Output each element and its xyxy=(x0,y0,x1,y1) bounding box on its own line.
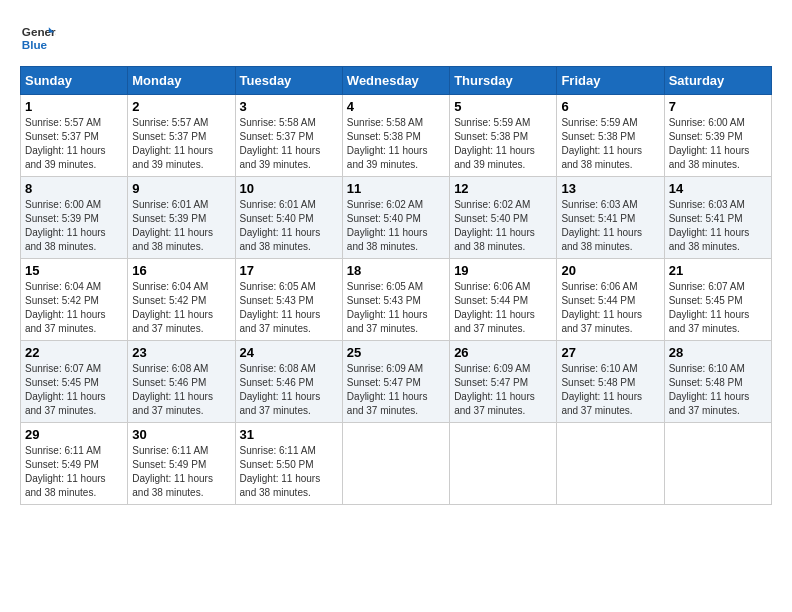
day-cell-27: 27Sunrise: 6:10 AMSunset: 5:48 PMDayligh… xyxy=(557,341,664,423)
day-number: 26 xyxy=(454,345,552,360)
day-number: 18 xyxy=(347,263,445,278)
day-info: Sunrise: 6:02 AMSunset: 5:40 PMDaylight:… xyxy=(454,198,552,254)
day-cell-25: 25Sunrise: 6:09 AMSunset: 5:47 PMDayligh… xyxy=(342,341,449,423)
day-cell-13: 13Sunrise: 6:03 AMSunset: 5:41 PMDayligh… xyxy=(557,177,664,259)
logo-icon: General Blue xyxy=(20,20,56,56)
day-cell-4: 4Sunrise: 5:58 AMSunset: 5:38 PMDaylight… xyxy=(342,95,449,177)
day-cell-31: 31Sunrise: 6:11 AMSunset: 5:50 PMDayligh… xyxy=(235,423,342,505)
empty-cell xyxy=(557,423,664,505)
day-cell-14: 14Sunrise: 6:03 AMSunset: 5:41 PMDayligh… xyxy=(664,177,771,259)
day-cell-5: 5Sunrise: 5:59 AMSunset: 5:38 PMDaylight… xyxy=(450,95,557,177)
empty-cell xyxy=(342,423,449,505)
day-info: Sunrise: 6:08 AMSunset: 5:46 PMDaylight:… xyxy=(240,362,338,418)
svg-text:Blue: Blue xyxy=(22,38,48,51)
calendar-header-row: SundayMondayTuesdayWednesdayThursdayFrid… xyxy=(21,67,772,95)
calendar-week-3: 15Sunrise: 6:04 AMSunset: 5:42 PMDayligh… xyxy=(21,259,772,341)
day-info: Sunrise: 5:58 AMSunset: 5:38 PMDaylight:… xyxy=(347,116,445,172)
day-number: 10 xyxy=(240,181,338,196)
logo: General Blue xyxy=(20,20,56,56)
calendar-week-5: 29Sunrise: 6:11 AMSunset: 5:49 PMDayligh… xyxy=(21,423,772,505)
day-cell-18: 18Sunrise: 6:05 AMSunset: 5:43 PMDayligh… xyxy=(342,259,449,341)
day-info: Sunrise: 6:09 AMSunset: 5:47 PMDaylight:… xyxy=(347,362,445,418)
calendar-week-1: 1Sunrise: 5:57 AMSunset: 5:37 PMDaylight… xyxy=(21,95,772,177)
day-number: 11 xyxy=(347,181,445,196)
day-cell-11: 11Sunrise: 6:02 AMSunset: 5:40 PMDayligh… xyxy=(342,177,449,259)
empty-cell xyxy=(450,423,557,505)
calendar-table: SundayMondayTuesdayWednesdayThursdayFrid… xyxy=(20,66,772,505)
day-number: 6 xyxy=(561,99,659,114)
day-cell-2: 2Sunrise: 5:57 AMSunset: 5:37 PMDaylight… xyxy=(128,95,235,177)
day-number: 9 xyxy=(132,181,230,196)
day-info: Sunrise: 6:09 AMSunset: 5:47 PMDaylight:… xyxy=(454,362,552,418)
day-info: Sunrise: 6:00 AMSunset: 5:39 PMDaylight:… xyxy=(669,116,767,172)
day-number: 13 xyxy=(561,181,659,196)
day-number: 17 xyxy=(240,263,338,278)
day-number: 8 xyxy=(25,181,123,196)
header-thursday: Thursday xyxy=(450,67,557,95)
day-cell-1: 1Sunrise: 5:57 AMSunset: 5:37 PMDaylight… xyxy=(21,95,128,177)
day-number: 20 xyxy=(561,263,659,278)
day-info: Sunrise: 5:57 AMSunset: 5:37 PMDaylight:… xyxy=(132,116,230,172)
calendar-week-4: 22Sunrise: 6:07 AMSunset: 5:45 PMDayligh… xyxy=(21,341,772,423)
day-cell-8: 8Sunrise: 6:00 AMSunset: 5:39 PMDaylight… xyxy=(21,177,128,259)
day-info: Sunrise: 6:03 AMSunset: 5:41 PMDaylight:… xyxy=(561,198,659,254)
day-info: Sunrise: 6:04 AMSunset: 5:42 PMDaylight:… xyxy=(25,280,123,336)
day-info: Sunrise: 6:01 AMSunset: 5:39 PMDaylight:… xyxy=(132,198,230,254)
header-monday: Monday xyxy=(128,67,235,95)
header-saturday: Saturday xyxy=(664,67,771,95)
day-cell-23: 23Sunrise: 6:08 AMSunset: 5:46 PMDayligh… xyxy=(128,341,235,423)
day-info: Sunrise: 6:06 AMSunset: 5:44 PMDaylight:… xyxy=(454,280,552,336)
day-info: Sunrise: 6:08 AMSunset: 5:46 PMDaylight:… xyxy=(132,362,230,418)
day-number: 4 xyxy=(347,99,445,114)
day-number: 12 xyxy=(454,181,552,196)
day-number: 25 xyxy=(347,345,445,360)
header-tuesday: Tuesday xyxy=(235,67,342,95)
day-info: Sunrise: 6:07 AMSunset: 5:45 PMDaylight:… xyxy=(669,280,767,336)
day-cell-12: 12Sunrise: 6:02 AMSunset: 5:40 PMDayligh… xyxy=(450,177,557,259)
day-number: 16 xyxy=(132,263,230,278)
day-cell-20: 20Sunrise: 6:06 AMSunset: 5:44 PMDayligh… xyxy=(557,259,664,341)
day-cell-16: 16Sunrise: 6:04 AMSunset: 5:42 PMDayligh… xyxy=(128,259,235,341)
calendar-week-2: 8Sunrise: 6:00 AMSunset: 5:39 PMDaylight… xyxy=(21,177,772,259)
day-info: Sunrise: 6:07 AMSunset: 5:45 PMDaylight:… xyxy=(25,362,123,418)
day-info: Sunrise: 6:11 AMSunset: 5:49 PMDaylight:… xyxy=(25,444,123,500)
day-cell-30: 30Sunrise: 6:11 AMSunset: 5:49 PMDayligh… xyxy=(128,423,235,505)
day-cell-22: 22Sunrise: 6:07 AMSunset: 5:45 PMDayligh… xyxy=(21,341,128,423)
day-number: 30 xyxy=(132,427,230,442)
day-number: 28 xyxy=(669,345,767,360)
day-cell-28: 28Sunrise: 6:10 AMSunset: 5:48 PMDayligh… xyxy=(664,341,771,423)
day-cell-17: 17Sunrise: 6:05 AMSunset: 5:43 PMDayligh… xyxy=(235,259,342,341)
day-cell-24: 24Sunrise: 6:08 AMSunset: 5:46 PMDayligh… xyxy=(235,341,342,423)
day-info: Sunrise: 6:10 AMSunset: 5:48 PMDaylight:… xyxy=(561,362,659,418)
day-info: Sunrise: 6:05 AMSunset: 5:43 PMDaylight:… xyxy=(347,280,445,336)
empty-cell xyxy=(664,423,771,505)
day-number: 3 xyxy=(240,99,338,114)
day-info: Sunrise: 6:11 AMSunset: 5:49 PMDaylight:… xyxy=(132,444,230,500)
day-number: 22 xyxy=(25,345,123,360)
day-number: 1 xyxy=(25,99,123,114)
day-cell-7: 7Sunrise: 6:00 AMSunset: 5:39 PMDaylight… xyxy=(664,95,771,177)
day-number: 27 xyxy=(561,345,659,360)
day-info: Sunrise: 6:10 AMSunset: 5:48 PMDaylight:… xyxy=(669,362,767,418)
day-info: Sunrise: 5:59 AMSunset: 5:38 PMDaylight:… xyxy=(561,116,659,172)
day-info: Sunrise: 6:06 AMSunset: 5:44 PMDaylight:… xyxy=(561,280,659,336)
day-info: Sunrise: 5:57 AMSunset: 5:37 PMDaylight:… xyxy=(25,116,123,172)
day-number: 24 xyxy=(240,345,338,360)
day-info: Sunrise: 5:58 AMSunset: 5:37 PMDaylight:… xyxy=(240,116,338,172)
day-number: 7 xyxy=(669,99,767,114)
day-cell-21: 21Sunrise: 6:07 AMSunset: 5:45 PMDayligh… xyxy=(664,259,771,341)
day-cell-19: 19Sunrise: 6:06 AMSunset: 5:44 PMDayligh… xyxy=(450,259,557,341)
day-cell-26: 26Sunrise: 6:09 AMSunset: 5:47 PMDayligh… xyxy=(450,341,557,423)
day-number: 31 xyxy=(240,427,338,442)
day-number: 5 xyxy=(454,99,552,114)
day-cell-15: 15Sunrise: 6:04 AMSunset: 5:42 PMDayligh… xyxy=(21,259,128,341)
day-info: Sunrise: 6:03 AMSunset: 5:41 PMDaylight:… xyxy=(669,198,767,254)
day-number: 14 xyxy=(669,181,767,196)
day-info: Sunrise: 5:59 AMSunset: 5:38 PMDaylight:… xyxy=(454,116,552,172)
day-number: 29 xyxy=(25,427,123,442)
day-cell-10: 10Sunrise: 6:01 AMSunset: 5:40 PMDayligh… xyxy=(235,177,342,259)
day-number: 21 xyxy=(669,263,767,278)
day-info: Sunrise: 6:01 AMSunset: 5:40 PMDaylight:… xyxy=(240,198,338,254)
day-cell-29: 29Sunrise: 6:11 AMSunset: 5:49 PMDayligh… xyxy=(21,423,128,505)
day-info: Sunrise: 6:02 AMSunset: 5:40 PMDaylight:… xyxy=(347,198,445,254)
